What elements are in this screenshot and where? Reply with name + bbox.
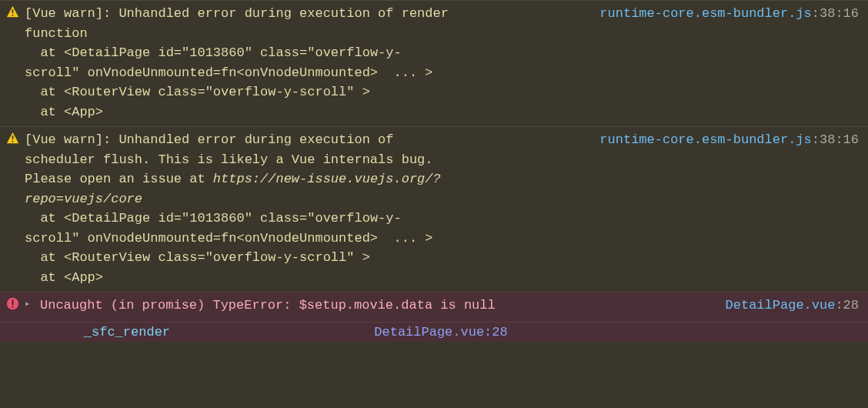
expand-toggle-icon[interactable]: ▸ — [25, 296, 40, 317]
warning-message: [Vue warn]: Unhandled error during execu… — [25, 4, 456, 122]
source-file-link[interactable]: runtime-core.esm-bundler.js — [599, 6, 811, 21]
warning-message: [Vue warn]: Unhandled error during execu… — [25, 130, 456, 287]
svg-rect-5 — [12, 299, 14, 305]
warning-icon — [6, 4, 25, 122]
stack-function: _sfc_render — [84, 325, 170, 339]
source-location[interactable]: runtime-core.esm-bundler.js:38:16 — [456, 4, 862, 122]
console-warning-entry[interactable]: [Vue warn]: Unhandled error during execu… — [0, 126, 868, 292]
source-file-link[interactable]: DetailPage.vue — [726, 298, 836, 313]
source-location[interactable]: DetailPage.vue:28 — [496, 296, 862, 317]
svg-rect-3 — [12, 141, 14, 142]
error-stack-frame[interactable]: _sfc_render DetailPage.vue:28 — [0, 322, 868, 343]
error-message: Uncaught (in promise) TypeError: $setup.… — [40, 296, 496, 317]
source-file-link[interactable]: runtime-core.esm-bundler.js — [599, 132, 811, 147]
svg-rect-6 — [12, 306, 14, 308]
warning-icon — [6, 130, 25, 287]
error-icon — [6, 296, 25, 317]
svg-rect-2 — [12, 135, 14, 139]
stack-file-link[interactable]: DetailPage.vue:28 — [374, 325, 507, 339]
source-location[interactable]: runtime-core.esm-bundler.js:38:16 — [456, 130, 862, 287]
console-warning-entry[interactable]: [Vue warn]: Unhandled error during execu… — [0, 0, 868, 126]
svg-rect-1 — [12, 15, 14, 16]
console-error-entry[interactable]: ▸ Uncaught (in promise) TypeError: $setu… — [0, 292, 868, 322]
svg-rect-0 — [12, 9, 14, 13]
